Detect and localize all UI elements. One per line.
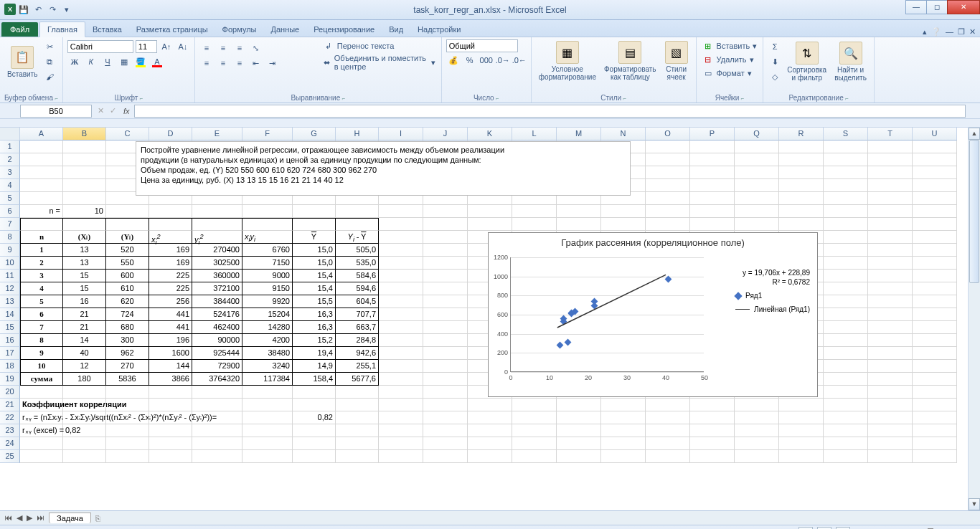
cell[interactable]	[423, 334, 468, 347]
cell[interactable]: 4	[20, 282, 63, 295]
cell[interactable]: 21	[63, 321, 106, 334]
cell[interactable]: 40	[63, 347, 106, 360]
cell[interactable]	[192, 411, 242, 424]
cell[interactable]	[423, 282, 468, 295]
cell[interactable]	[423, 347, 468, 360]
cell[interactable]	[379, 218, 423, 231]
cell[interactable]	[868, 424, 913, 437]
cell-styles-button[interactable]: ▧Стили ячеек	[661, 39, 692, 82]
cell[interactable]	[601, 450, 646, 463]
cell[interactable]: 72900	[192, 360, 242, 373]
cell[interactable]: 604,5	[336, 295, 379, 308]
row-header[interactable]: 5	[0, 192, 20, 205]
cell[interactable]	[601, 205, 646, 218]
cell[interactable]	[646, 399, 690, 411]
cell[interactable]	[423, 437, 468, 450]
cell[interactable]	[242, 218, 293, 231]
cell[interactable]	[379, 282, 423, 295]
align-center-icon[interactable]: ≡	[216, 56, 230, 70]
cell[interactable]	[868, 386, 913, 399]
cell[interactable]	[468, 205, 512, 218]
row-header[interactable]: 9	[0, 244, 20, 257]
page-break-view-icon[interactable]: ▥	[836, 527, 850, 530]
cell[interactable]	[824, 205, 868, 218]
cell[interactable]	[913, 373, 957, 386]
cell[interactable]: 196	[149, 334, 192, 347]
minimize-ribbon-icon[interactable]: ▴	[923, 27, 927, 37]
row-header[interactable]: 16	[0, 334, 20, 347]
row-header[interactable]: 8	[0, 231, 20, 244]
format-cells-button[interactable]: ▭Формат ▾	[701, 67, 759, 80]
cell[interactable]	[779, 399, 824, 411]
cell[interactable]: 5	[20, 295, 63, 308]
cell[interactable]	[913, 360, 957, 373]
cell[interactable]	[868, 347, 913, 360]
cell[interactable]	[913, 192, 957, 205]
cell[interactable]	[824, 218, 868, 231]
next-sheet-icon[interactable]: ▶	[25, 513, 34, 523]
cell[interactable]	[192, 218, 242, 231]
cell[interactable]	[779, 450, 824, 463]
cell[interactable]	[63, 218, 106, 231]
cell[interactable]	[20, 218, 63, 231]
cell[interactable]: 169	[149, 244, 192, 257]
row-header[interactable]: 21	[0, 399, 20, 411]
normal-view-icon[interactable]: ▦	[798, 527, 813, 530]
cell[interactable]: 1600	[149, 347, 192, 360]
cell[interactable]	[690, 399, 735, 411]
cell[interactable]	[913, 282, 957, 295]
paste-button[interactable]: 📋 Вставить	[4, 44, 40, 80]
cell[interactable]: 0,82	[63, 424, 106, 437]
cell[interactable]	[293, 205, 336, 218]
col-header[interactable]: B	[63, 128, 106, 140]
cell[interactable]: 663,7	[336, 321, 379, 334]
cell[interactable]: 942,6	[336, 347, 379, 360]
cell[interactable]	[293, 450, 336, 463]
cell[interactable]	[293, 437, 336, 450]
cell[interactable]: 9000	[242, 270, 293, 282]
cell[interactable]	[735, 218, 779, 231]
cell[interactable]	[868, 270, 913, 282]
cell[interactable]: 584,6	[336, 270, 379, 282]
col-header[interactable]: O	[646, 128, 690, 140]
cell[interactable]	[913, 308, 957, 321]
cell[interactable]: 2	[20, 257, 63, 270]
cell[interactable]: rₓᵧ = (nΣxᵢyᵢ - ΣxᵢΣyᵢ)/sqrt((nΣxᵢ² - (Σ…	[20, 411, 63, 424]
cell[interactable]	[868, 308, 913, 321]
cell[interactable]: xiyi	[242, 231, 293, 244]
cut-icon[interactable]: ✂	[42, 39, 57, 54]
percent-icon[interactable]: %	[463, 53, 477, 67]
cell[interactable]: 15,0	[293, 257, 336, 270]
cell[interactable]	[735, 437, 779, 450]
cell[interactable]	[868, 257, 913, 270]
cell[interactable]	[149, 450, 192, 463]
cell[interactable]	[63, 140, 106, 153]
tab-page-layout[interactable]: Разметка страницы	[129, 22, 215, 37]
cell[interactable]: 5677,6	[336, 373, 379, 386]
wrap-text-button[interactable]: ↲Перенос текста	[321, 39, 437, 52]
cell[interactable]	[735, 450, 779, 463]
cell[interactable]: 372100	[192, 282, 242, 295]
cell[interactable]	[423, 231, 468, 244]
increase-font-icon[interactable]: A↑	[159, 39, 174, 54]
col-header[interactable]: U	[913, 128, 957, 140]
scroll-down-icon[interactable]: ▼	[969, 498, 980, 510]
cell[interactable]: 19,4	[293, 347, 336, 360]
font-size-input[interactable]	[136, 40, 157, 53]
cell[interactable]: 270400	[192, 244, 242, 257]
cell[interactable]	[913, 257, 957, 270]
cell[interactable]: 550	[106, 257, 149, 270]
cell[interactable]	[601, 218, 646, 231]
cell[interactable]	[379, 386, 423, 399]
maximize-button[interactable]: ◻	[926, 0, 948, 14]
cell[interactable]	[468, 399, 512, 411]
cell[interactable]	[868, 334, 913, 347]
cell[interactable]: 256	[149, 295, 192, 308]
cell[interactable]	[20, 179, 63, 192]
align-bottom-icon[interactable]: ≡	[232, 41, 247, 55]
cell[interactable]	[512, 205, 557, 218]
cell[interactable]: 16	[63, 295, 106, 308]
cell[interactable]	[379, 399, 423, 411]
cell[interactable]	[690, 166, 735, 179]
cell[interactable]	[242, 450, 293, 463]
